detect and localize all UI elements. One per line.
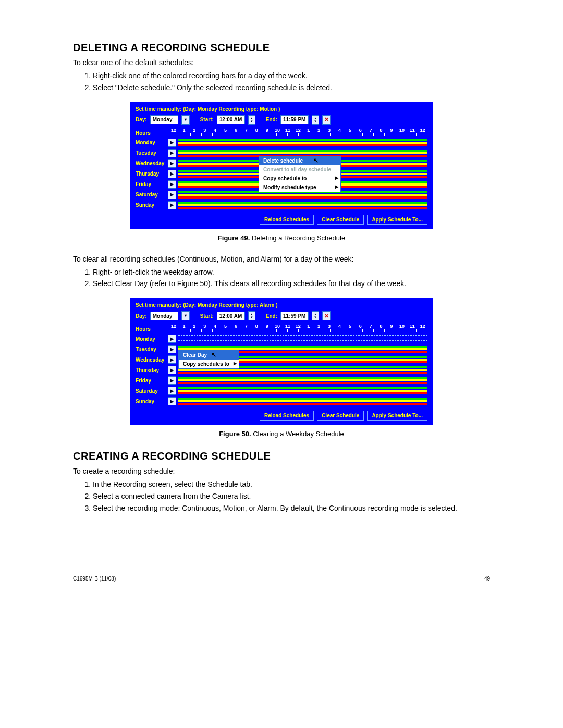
start-field[interactable]: 12:00 AM <box>217 312 245 320</box>
intro-text: To clear one of the default schedules: <box>73 58 490 68</box>
day-label: Thursday <box>136 367 168 373</box>
hour-tick: 8 <box>376 128 386 133</box>
menu-item-delete-schedule[interactable]: Delete schedule ↖ <box>259 156 340 165</box>
hour-tick: 9 <box>387 324 396 329</box>
start-label: Start: <box>200 117 214 122</box>
hour-tick: 7 <box>241 324 251 329</box>
schedule-bars[interactable] <box>178 398 427 405</box>
day-label: Sunday <box>136 202 168 208</box>
hour-tick: 10 <box>397 128 407 133</box>
hour-tick: 9 <box>262 324 272 329</box>
day-arrow-button[interactable]: ▶ <box>168 345 176 353</box>
footer-page-number: 49 <box>484 576 490 582</box>
section-heading-creating: CREATING A RECORDING SCHEDULE <box>73 450 490 462</box>
day-row: Sunday▶ <box>136 397 427 405</box>
hour-tick: 8 <box>376 324 386 329</box>
steps-list-2: Right- or left-click the weekday arrow. … <box>73 267 490 289</box>
end-field[interactable]: 11:59 PM <box>280 115 309 124</box>
step: Select a connected camera from the Camer… <box>93 491 490 501</box>
clear-schedule-button[interactable]: Clear Schedule <box>317 215 364 225</box>
hour-tick: 1 <box>304 324 313 329</box>
start-spinner-icon[interactable]: ▲▼ <box>248 115 255 125</box>
day-label: Day: <box>136 313 147 319</box>
end-spinner-icon[interactable]: ▲▼ <box>312 311 319 320</box>
day-row: Monday▶ <box>136 335 427 343</box>
day-row: Monday▶ <box>136 139 427 147</box>
reload-schedules-button[interactable]: Reload Schedules <box>260 411 314 421</box>
schedule-bars[interactable] <box>178 139 427 146</box>
day-dropdown-icon[interactable]: ▾ <box>181 311 190 320</box>
step: Select Clear Day (refer to Figure 50). T… <box>93 279 490 289</box>
hours-tickmarks <box>169 133 427 137</box>
hour-tick: 9 <box>262 128 272 133</box>
hour-tick: 9 <box>387 128 396 133</box>
day-arrow-button[interactable]: ▶ <box>168 376 176 385</box>
cursor-icon: ↖ <box>313 157 319 164</box>
day-label: Wednesday <box>136 161 168 166</box>
hours-label: Hours <box>136 130 168 136</box>
apply-schedule-button[interactable]: Apply Schedule To... <box>367 215 427 225</box>
end-field[interactable]: 11:59 PM <box>280 312 309 320</box>
hour-tick: 10 <box>273 324 282 329</box>
schedule-bars[interactable] <box>178 202 427 209</box>
hour-tick: 5 <box>345 128 354 133</box>
day-label: Saturday <box>136 192 168 198</box>
schedule-bars[interactable] <box>178 377 427 384</box>
menu-item-clear-day[interactable]: Clear Day ↖ <box>179 351 239 360</box>
hour-tick: 7 <box>241 128 251 133</box>
hour-tick: 8 <box>252 324 261 329</box>
schedule-bars[interactable] <box>178 191 427 199</box>
hour-tick: 12 <box>418 324 427 329</box>
hour-tick: 10 <box>397 324 407 329</box>
hour-tick: 11 <box>408 324 417 329</box>
schedule-bars[interactable] <box>178 335 427 342</box>
menu-item-modify-type[interactable]: Modify schedule type▶ <box>259 183 340 192</box>
day-arrow-button[interactable]: ▶ <box>168 387 176 395</box>
day-dropdown-icon[interactable]: ▾ <box>181 115 190 125</box>
day-arrow-button[interactable]: ▶ <box>168 159 176 168</box>
hour-tick: 7 <box>366 128 375 133</box>
hour-tick: 6 <box>231 324 240 329</box>
context-menu[interactable]: Delete schedule ↖ Convert to all day sch… <box>259 156 341 192</box>
start-spinner-icon[interactable]: ▲▼ <box>248 311 255 320</box>
day-label: Tuesday <box>136 347 168 352</box>
day-arrow-button[interactable]: ▶ <box>168 149 176 157</box>
day-arrow-button[interactable]: ▶ <box>168 201 176 209</box>
day-arrow-button[interactable]: ▶ <box>168 355 176 364</box>
day-label: Tuesday <box>136 150 168 156</box>
hour-tick: 4 <box>211 324 220 329</box>
menu-item-copy-schedules[interactable]: Copy schedules to▶ <box>179 360 239 368</box>
day-arrow-button[interactable]: ▶ <box>168 191 176 199</box>
start-field[interactable]: 12:00 AM <box>217 115 245 124</box>
reload-schedules-button[interactable]: Reload Schedules <box>260 215 314 225</box>
step: Select the recording mode: Continuous, M… <box>93 503 490 513</box>
day-arrow-button[interactable]: ▶ <box>168 139 176 147</box>
apply-schedule-button[interactable]: Apply Schedule To... <box>367 411 427 421</box>
header-line: Set time manually: (Day: Monday Recordin… <box>136 106 280 112</box>
step: Select "Delete schedule." Only the selec… <box>93 83 490 93</box>
context-menu[interactable]: Clear Day ↖ Copy schedules to▶ <box>178 350 239 369</box>
footer-left: C1695M-B (11/08) <box>73 576 116 582</box>
schedule-panel-fig50: Set time manually: (Day: Monday Recordin… <box>130 298 433 425</box>
clear-schedule-button[interactable]: Clear Schedule <box>317 411 364 421</box>
hour-tick: 4 <box>335 128 345 133</box>
close-icon[interactable]: ✕ <box>322 115 331 125</box>
close-icon[interactable]: ✕ <box>322 311 331 320</box>
submenu-arrow-icon: ▶ <box>335 184 338 189</box>
hour-tick: 11 <box>283 324 292 329</box>
day-field[interactable]: Monday <box>150 312 178 320</box>
day-arrow-button[interactable]: ▶ <box>168 397 176 405</box>
section-heading-deleting: DELETING A RECORDING SCHEDULE <box>73 42 490 54</box>
hour-tick: 2 <box>190 128 199 133</box>
day-arrow-button[interactable]: ▶ <box>168 366 176 374</box>
day-arrow-button[interactable]: ▶ <box>168 170 176 178</box>
day-field[interactable]: Monday <box>150 115 178 124</box>
schedule-bars[interactable] <box>178 387 427 394</box>
menu-item-copy-schedule[interactable]: Copy schedule to▶ <box>259 174 340 183</box>
hour-tick: 3 <box>200 128 210 133</box>
end-spinner-icon[interactable]: ▲▼ <box>312 115 319 125</box>
day-arrow-button[interactable]: ▶ <box>168 335 176 343</box>
figure-caption-50: Figure 50. Clearing a Weekday Schedule <box>73 430 490 438</box>
day-label: Saturday <box>136 388 168 394</box>
day-arrow-button[interactable]: ▶ <box>168 180 176 189</box>
